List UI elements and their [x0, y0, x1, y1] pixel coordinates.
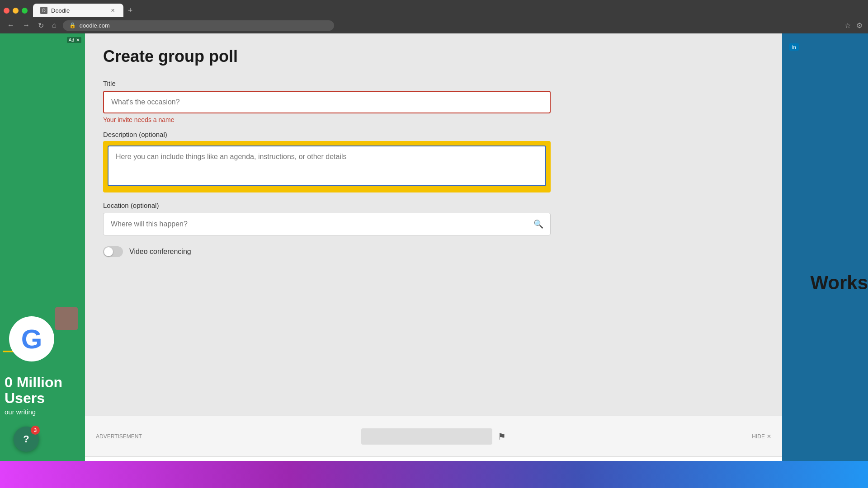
location-search-icon: 🔍	[533, 219, 543, 229]
ad-million-text: 0 Million	[5, 375, 80, 390]
works-text: Works	[810, 272, 868, 294]
tab-close-button[interactable]: ✕	[109, 7, 116, 14]
url-bar[interactable]: 🔒 doodle.com	[63, 20, 334, 31]
new-tab-button[interactable]: +	[123, 4, 137, 17]
description-label: Description (optional)	[103, 131, 551, 138]
advertisement-label: ADVERTISEMENT	[96, 433, 142, 440]
ad-badge: Ad ✕	[67, 37, 81, 43]
traffic-lights	[4, 8, 28, 14]
location-input-wrapper: 🔍	[103, 213, 551, 235]
forward-button[interactable]: →	[21, 20, 32, 30]
right-ad-content: in	[782, 33, 868, 63]
settings-icon[interactable]: ⚙	[856, 21, 863, 30]
title-error-message: Your invite needs a name	[103, 116, 551, 123]
minimize-window-button[interactable]	[13, 8, 19, 14]
url-text: doodle.com	[80, 22, 110, 29]
bookmark-icon[interactable]: ☆	[844, 21, 851, 30]
ad-g-logo: G	[9, 316, 54, 361]
video-conferencing-row: Video conferencing	[103, 246, 551, 257]
help-badge: 3	[31, 426, 40, 435]
video-conferencing-toggle[interactable]	[103, 246, 123, 257]
home-button[interactable]: ⌂	[50, 20, 58, 30]
address-bar: ← → ↻ ⌂ 🔒 doodle.com ☆ ⚙	[0, 17, 868, 33]
hide-label: HIDE	[752, 433, 765, 440]
browser-chrome: D Doodle ✕ + ← → ↻ ⌂ 🔒 doodle.com ☆ ⚙	[0, 0, 868, 33]
ad-sub-text: our writing	[5, 408, 80, 416]
ad-close-button[interactable]: ✕	[76, 38, 80, 42]
gradient-bar	[0, 461, 868, 488]
ad-text: 0 Million Users our writing	[0, 375, 85, 416]
title-label: Title	[103, 80, 551, 87]
ad-content-center: ⚑	[361, 428, 506, 445]
description-highlight	[103, 141, 551, 192]
location-label: Location (optional)	[103, 202, 551, 209]
tab-bar: D Doodle ✕ +	[0, 0, 868, 17]
left-advertisement: Ad ✕ → G 0 Million Users our writing	[0, 33, 85, 488]
hide-ad-button[interactable]: HIDE ✕	[752, 433, 771, 440]
main-content: Create group poll Title Your invite need…	[85, 33, 782, 488]
reload-button[interactable]: ↻	[36, 20, 46, 31]
active-tab[interactable]: D Doodle ✕	[33, 4, 123, 17]
ad-person-image	[55, 307, 78, 330]
description-field-group: Description (optional)	[103, 131, 551, 192]
description-textarea[interactable]	[108, 145, 546, 186]
close-window-button[interactable]	[4, 8, 9, 14]
advertisement-bar: ADVERTISEMENT ⚑ HIDE ✕	[85, 416, 782, 456]
ssl-lock-icon: 🔒	[69, 22, 76, 28]
toggle-knob	[104, 247, 113, 256]
back-button[interactable]: ←	[5, 20, 16, 30]
page-title: Create group poll	[103, 47, 764, 66]
help-button[interactable]: ? 3	[14, 427, 39, 452]
location-input[interactable]	[103, 213, 551, 235]
ad-bar-input	[361, 428, 492, 445]
title-input[interactable]	[103, 91, 551, 113]
linkedin-badge: in	[789, 43, 799, 51]
ad-users-text: Users	[5, 390, 80, 406]
tab-favicon: D	[40, 7, 47, 14]
right-advertisement: in Works	[782, 33, 868, 488]
maximize-window-button[interactable]	[22, 8, 28, 14]
location-field-group: Location (optional) 🔍	[103, 202, 551, 235]
title-field-group: Title Your invite needs a name	[103, 80, 551, 123]
form-section: Title Your invite needs a name Descripti…	[103, 80, 551, 257]
help-icon: ?	[23, 433, 29, 445]
browser-icons: ☆ ⚙	[844, 21, 863, 30]
video-conferencing-label: Video conferencing	[129, 248, 191, 256]
flag-icon: ⚑	[498, 431, 506, 442]
ad-label: Ad	[69, 38, 74, 42]
hide-close-icon: ✕	[767, 433, 771, 440]
page-body: Ad ✕ → G 0 Million Users our writing Cre…	[0, 33, 868, 488]
tab-title: Doodle	[51, 7, 70, 14]
